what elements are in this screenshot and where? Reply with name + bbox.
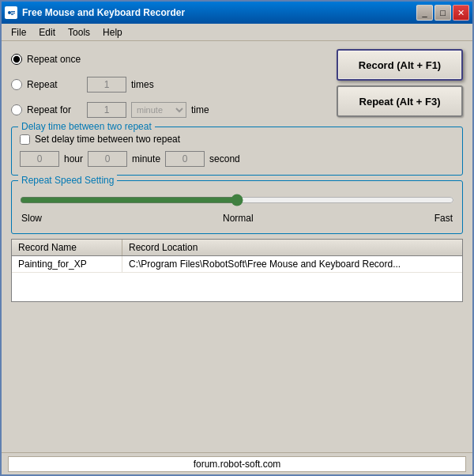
col-header-location: Record Location bbox=[122, 240, 462, 255]
delay-checkbox[interactable] bbox=[20, 134, 30, 145]
status-bar: forum.robot-soft.com bbox=[2, 452, 472, 474]
maximize-button[interactable]: □ bbox=[434, 5, 451, 21]
speed-slider[interactable] bbox=[20, 194, 454, 206]
app-icon bbox=[5, 6, 17, 19]
svg-point-1 bbox=[8, 11, 11, 14]
delay-group: Delay time between two repeat Set delay … bbox=[11, 127, 463, 176]
svg-rect-3 bbox=[11, 13, 15, 13]
menu-item-edit[interactable]: Edit bbox=[32, 25, 62, 40]
menu-bar: FileEditToolsHelp bbox=[2, 24, 472, 41]
repeat-once-label: Repeat once bbox=[27, 54, 82, 65]
records-table: Record Name Record Location Painting_for… bbox=[11, 239, 463, 302]
repeat-once-row: Repeat once bbox=[11, 49, 329, 70]
repeat-for-radio[interactable] bbox=[11, 104, 22, 115]
col-header-name: Record Name bbox=[12, 240, 122, 255]
buttons-panel: Record (Alt + F1) Repeat (Alt + F3) bbox=[337, 49, 463, 120]
hour-label: hour bbox=[64, 153, 83, 164]
repeat-button[interactable]: Repeat (Alt + F3) bbox=[337, 85, 463, 117]
time-row: hour minute second bbox=[20, 151, 454, 167]
repeat-times-label: Repeat bbox=[27, 79, 82, 90]
options-panel: Repeat once Repeat times Repeat for minu… bbox=[11, 49, 329, 120]
fast-label: Fast bbox=[434, 213, 453, 224]
app-title: Free Mouse and Keyboard Recorder bbox=[22, 7, 416, 18]
menu-item-file[interactable]: File bbox=[5, 25, 32, 40]
record-button[interactable]: Record (Alt + F1) bbox=[337, 49, 463, 81]
status-text: forum.robot-soft.com bbox=[8, 456, 466, 472]
time-label: time bbox=[191, 104, 209, 115]
top-section: Repeat once Repeat times Repeat for minu… bbox=[11, 49, 463, 120]
second-label: second bbox=[209, 153, 240, 164]
times-label: times bbox=[131, 79, 154, 90]
repeat-times-input[interactable] bbox=[87, 77, 126, 93]
repeat-for-input[interactable] bbox=[87, 102, 126, 118]
repeat-for-label: Repeat for bbox=[27, 104, 82, 115]
minute-label: minute bbox=[132, 153, 160, 164]
menu-item-help[interactable]: Help bbox=[96, 25, 129, 40]
slider-container: Slow Normal Fast bbox=[20, 187, 454, 224]
delay-checkbox-label: Set delay time between two repeat bbox=[35, 134, 180, 145]
window-controls: _ □ ✕ bbox=[416, 5, 469, 21]
second-input[interactable] bbox=[165, 151, 205, 167]
repeat-unit-select[interactable]: minute hour second bbox=[131, 102, 186, 118]
record-name-cell: Painting_for_XP bbox=[12, 256, 122, 272]
record-location-cell: C:\Program Files\RobotSoft\Free Mouse an… bbox=[122, 256, 462, 272]
hour-input[interactable] bbox=[20, 151, 59, 167]
minimize-button[interactable]: _ bbox=[416, 5, 433, 21]
svg-rect-4 bbox=[11, 14, 13, 15]
app-window: Free Mouse and Keyboard Recorder _ □ ✕ F… bbox=[0, 0, 474, 476]
delay-group-title: Delay time between two repeat bbox=[18, 121, 155, 132]
slider-labels: Slow Normal Fast bbox=[20, 213, 454, 224]
table-row[interactable]: Painting_for_XPC:\Program Files\RobotSof… bbox=[12, 256, 462, 273]
close-button[interactable]: ✕ bbox=[453, 5, 469, 21]
delay-content: Set delay time between two repeat hour m… bbox=[20, 134, 454, 167]
minute-input[interactable] bbox=[88, 151, 127, 167]
speed-group-title: Repeat Speed Setting bbox=[18, 175, 117, 186]
svg-rect-2 bbox=[11, 11, 15, 12]
repeat-times-row: Repeat times bbox=[11, 74, 329, 95]
title-bar: Free Mouse and Keyboard Recorder _ □ ✕ bbox=[2, 2, 472, 24]
repeat-times-radio[interactable] bbox=[11, 79, 22, 90]
delay-checkbox-row: Set delay time between two repeat bbox=[20, 134, 454, 145]
table-header: Record Name Record Location bbox=[12, 240, 462, 256]
normal-label: Normal bbox=[223, 213, 254, 224]
repeat-for-row: Repeat for minute hour second time bbox=[11, 100, 329, 120]
table-body: Painting_for_XPC:\Program Files\RobotSof… bbox=[12, 256, 462, 273]
speed-group: Repeat Speed Setting Slow Normal Fast bbox=[11, 180, 463, 234]
slow-label: Slow bbox=[21, 213, 42, 224]
repeat-once-radio[interactable] bbox=[11, 54, 22, 65]
menu-item-tools[interactable]: Tools bbox=[62, 25, 96, 40]
main-content: Repeat once Repeat times Repeat for minu… bbox=[2, 41, 472, 310]
